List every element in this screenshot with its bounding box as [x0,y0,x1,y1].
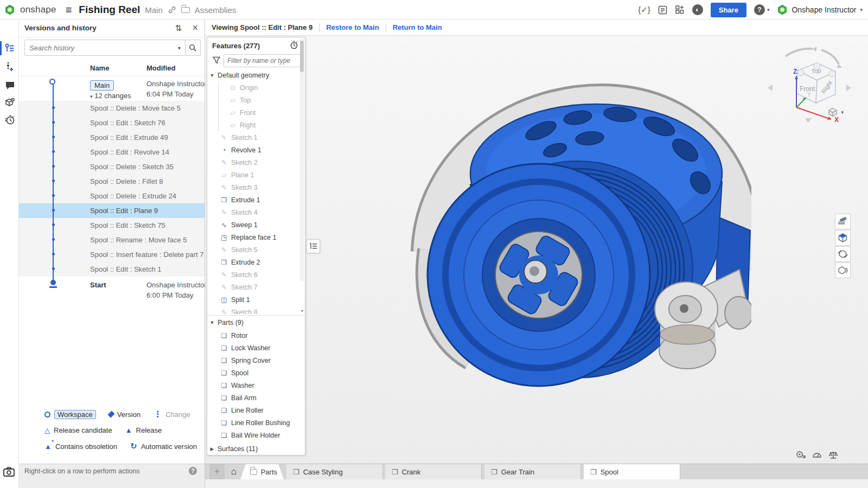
history-change-row[interactable]: Spool :: Delete : Sketch 35 [19,159,205,174]
history-change-row[interactable]: Spool :: Edit : Sketch 1 [19,262,205,277]
part-item[interactable]: ❏Bail Arm [207,391,305,404]
mass-properties-icon[interactable] [812,451,822,459]
history-change-row-selected[interactable]: Spool :: Edit : Plane 9 [19,203,205,218]
surfaces-group-header[interactable]: ▶Surfaces (11) [207,442,305,455]
appearance-panel-button[interactable] [835,214,851,229]
hint-help-icon[interactable]: ? [189,467,197,475]
tab-parts-folder[interactable]: Parts [240,464,284,479]
history-row-main[interactable]: Main ▾ 12 changes Onshape Instructor 6:0… [19,76,205,101]
feature-sketch[interactable]: ✎Sketch 3 [207,181,305,194]
model-fishing-reel-spool[interactable] [399,79,751,388]
main-menu-icon[interactable]: ≡ [66,4,72,16]
feature-sketch[interactable]: ✎Sketch 7 [207,281,305,293]
help-icon[interactable]: ? [754,4,765,15]
feature-list-flyout-button[interactable] [307,239,320,253]
workspace-node-icon[interactable] [49,79,55,85]
scale-icon[interactable] [828,451,838,459]
history-change-row[interactable]: Spool :: Edit : Sketch 75 [19,218,205,233]
search-history-box[interactable]: ▾ [24,40,186,56]
comments-icon[interactable] [4,79,16,91]
home-tab-button[interactable]: ⌂ [226,464,242,479]
tab-crank[interactable]: ❒ Crank [385,464,482,479]
filter-funnel-icon[interactable] [212,56,221,65]
part-item[interactable]: ❏Lock Washer [207,342,305,354]
history-change-row[interactable]: Spool :: Rename : Move face 5 [19,233,205,247]
help-caret-icon[interactable]: ▾ [767,7,770,12]
named-views-button[interactable] [835,246,851,262]
tab-gear-train[interactable]: ❒ Gear Train [484,464,581,479]
start-version-node-icon[interactable] [50,280,56,285]
feature-plane-top[interactable]: ▱Top [207,94,305,106]
add-tab-button[interactable]: + [209,464,225,479]
features-filter-input[interactable] [224,54,301,67]
feature-sweep[interactable]: ∿Sweep 1 [207,219,305,231]
features-scrollbar[interactable] [300,38,304,281]
learning-center-icon[interactable]: ◐ [692,4,703,15]
part-item[interactable]: ❏Rotor [207,329,305,342]
feature-sketch[interactable]: ✎Sketch 8 [207,306,305,314]
search-button[interactable] [186,40,201,56]
search-options-caret-icon[interactable]: ▾ [178,45,181,51]
feature-sketch[interactable]: ✎Sketch 1 [207,131,305,144]
parts-group-header[interactable]: ▼Parts (9) [207,316,305,329]
part-item[interactable]: ❏Line Roller [207,404,305,416]
part-item[interactable]: ❏Line Roller Bushing [207,416,305,429]
user-menu-caret-icon[interactable]: ▾ [860,7,863,12]
workspace-name[interactable]: Main [145,5,163,15]
feature-replace-face[interactable]: ◳Replace face 1 [207,231,305,243]
history-timer-icon[interactable] [4,114,16,126]
scrollbar-thumb[interactable] [300,41,304,72]
rollback-timer-icon[interactable] [290,41,298,49]
part-item[interactable]: ❏Spool [207,367,305,379]
history-change-row[interactable]: Spool :: Delete : Fillet 8 [19,174,205,189]
history-change-row[interactable]: Spool :: Delete : Extrude 24 [19,189,205,203]
feature-extrude[interactable]: ❒Extrude 1 [207,194,305,206]
main-workspace-chip[interactable]: Main [90,80,114,91]
history-change-row[interactable]: Spool :: Edit : Extrude 49 [19,130,205,145]
history-change-row[interactable]: Spool :: Edit : Sketch 76 [19,115,205,130]
app-store-icon[interactable] [675,5,685,15]
graphics-viewport[interactable]: Viewing Spool :: Edit : Plane 9 Restore … [205,20,868,488]
view-options-button[interactable]: ▾ [828,107,844,117]
feature-split[interactable]: ◫Split 1 [207,293,305,306]
part-item[interactable]: ❏Spring Cover [207,354,305,367]
link-icon[interactable] [168,5,176,14]
default-geometry-group[interactable]: ▼Default geometry [207,69,305,81]
isometric-view-button[interactable] [835,230,851,246]
feature-sketch[interactable]: ✎Sketch 5 [207,243,305,256]
feature-plane[interactable]: ▱Plane 1 [207,169,305,181]
versions-history-icon[interactable] [4,42,16,54]
create-version-icon[interactable] [4,61,16,73]
tape-measure-icon[interactable] [796,451,806,459]
publications-icon[interactable] [4,97,16,108]
close-panel-icon[interactable]: × [192,22,198,34]
user-avatar[interactable] [777,4,788,15]
history-change-row[interactable]: Spool :: Edit : Revolve 14 [19,145,205,159]
changes-expander[interactable]: ▾ 12 changes [90,92,131,100]
search-history-input[interactable] [29,41,170,55]
history-change-row[interactable]: Spool :: Insert feature : Delete part 7 [19,247,205,262]
share-button[interactable]: Share [711,3,746,17]
section-view-button[interactable] [835,262,851,278]
feature-plane-front[interactable]: ▱Front [207,106,305,119]
breadcrumb-folder[interactable]: Assemblies [195,5,237,15]
compare-versions-icon[interactable]: ⇅ [175,23,182,33]
feature-sketch[interactable]: ✎Sketch 2 [207,156,305,169]
feature-sketch[interactable]: ✎Sketch 4 [207,206,305,219]
feature-origin[interactable]: ⊙Origin [207,81,305,94]
part-item[interactable]: ❏Bail Wire Holder [207,429,305,441]
history-row-start[interactable]: Start Onshape Instructor 6:00 PM Today [19,277,205,304]
part-item[interactable]: ❏Washer [207,379,305,391]
versioned-links-icon[interactable]: {✓} [638,5,650,15]
history-change-row[interactable]: Spool :: Delete : Move face 5 [19,101,205,115]
restore-to-main-link[interactable]: Restore to Main [326,23,379,31]
return-to-main-link[interactable]: Return to Main [393,23,442,31]
screenshot-camera-icon[interactable] [3,467,15,478]
feature-extrude[interactable]: ❒Extrude 2 [207,256,305,268]
tab-spool-active[interactable]: ❒ Spool [584,464,680,479]
tab-case-styling[interactable]: ❒ Case Styling [286,464,383,479]
feature-revolve[interactable]: ◔Revolve 1 [207,144,305,156]
feature-plane-right[interactable]: ▱Right [207,119,305,131]
feature-sketch[interactable]: ✎Sketch 6 [207,268,305,281]
release-tasks-icon[interactable] [658,5,667,15]
